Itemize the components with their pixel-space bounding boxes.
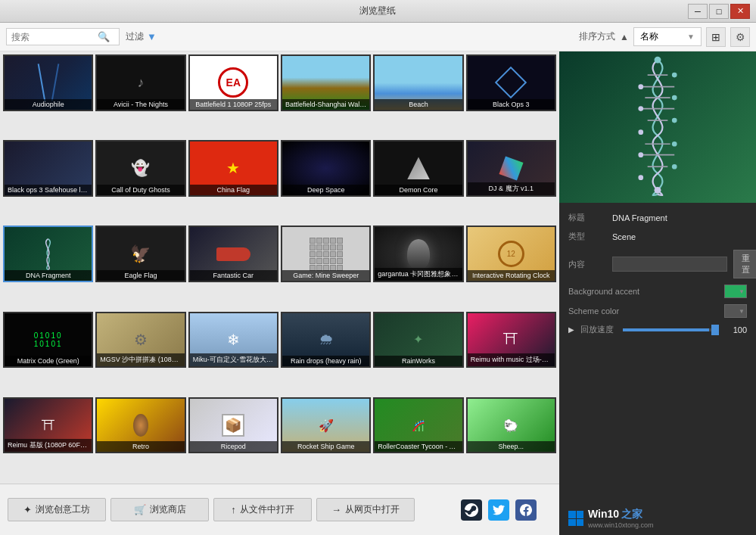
sort-dropdown-arrow: ▼ bbox=[687, 33, 695, 41]
workshop-icon: ✦ bbox=[23, 504, 32, 515]
steam-icon[interactable] bbox=[461, 499, 482, 521]
wallpaper-item[interactable]: DJ & 魔方 v1.1 bbox=[466, 140, 556, 197]
right-panel: 标题 DNA Fragment 类型 Scene 内容 重置 Backgroun… bbox=[559, 51, 756, 535]
wallpaper-item[interactable]: EABattlefield 1 1080P 25fps bbox=[188, 54, 278, 111]
bg-accent-row: Background accent ▼ bbox=[568, 285, 747, 298]
wallpaper-item[interactable]: Fantastic Car bbox=[188, 226, 278, 282]
gear-icon: ⚙ bbox=[736, 31, 745, 43]
wallpaper-grid[interactable]: Audiophile♪Avicii - The NightsEABattlefi… bbox=[0, 51, 559, 484]
scheme-arrow-icon: ▼ bbox=[739, 308, 745, 315]
open-web-button[interactable]: → 从网页中打开 bbox=[316, 498, 415, 521]
filter-icon: ▼ bbox=[147, 31, 157, 42]
sort-label: 排序方式 bbox=[579, 30, 615, 43]
bottom-bar: ✦ 浏览创意工坊 🛒 浏览商店 ↑ 从文件中打开 → 从网页中打开 bbox=[0, 484, 559, 535]
open-file-button[interactable]: ↑ 从文件中打开 bbox=[213, 498, 312, 521]
facebook-icon[interactable] bbox=[515, 499, 537, 521]
svg-point-13 bbox=[638, 84, 643, 89]
open-web-icon: → bbox=[331, 504, 341, 515]
wallpaper-item[interactable]: ⛩Reimu with music 过场-基版 1080 60FPS bbox=[466, 312, 556, 369]
wallpaper-label: Miku-可自定义-雪花放大-冬季 v1.22 bbox=[190, 353, 277, 366]
wallpaper-label: Audiophile bbox=[5, 99, 92, 110]
workshop-button[interactable]: ✦ 浏览创意工坊 bbox=[8, 498, 106, 521]
wallpaper-item[interactable]: ❄Miku-可自定义-雪花放大-冬季 v1.22 bbox=[188, 312, 278, 369]
title-label: 标题 bbox=[568, 212, 606, 223]
content-label: 内容 bbox=[568, 259, 606, 270]
wallpaper-item[interactable]: 🎢RollerCoaster Tycoon - Added Attraction… bbox=[373, 397, 463, 454]
open-web-label: 从网页中打开 bbox=[345, 503, 400, 516]
speed-slider[interactable] bbox=[623, 328, 719, 331]
wallpaper-item[interactable]: 12Interactive Rotating Clock bbox=[466, 226, 556, 282]
wallpaper-item[interactable]: gargantua 卡冈图雅想象图 加上BGM并减小视频大小 bbox=[373, 226, 463, 282]
wallpaper-item[interactable]: 🦅Eagle Flag bbox=[95, 226, 185, 282]
wallpaper-item[interactable]: ⚙MGSV 沙中拼拼凑 (1080p 无限循环) bbox=[95, 312, 185, 369]
minimize-button[interactable]: ─ bbox=[688, 4, 708, 19]
restore-button[interactable]: □ bbox=[709, 4, 729, 19]
settings-button[interactable]: ⚙ bbox=[730, 27, 750, 47]
wallpaper-item[interactable]: Demon Core bbox=[373, 140, 463, 197]
wallpaper-item[interactable]: ♪Avicii - The Nights bbox=[95, 54, 185, 111]
wallpaper-item[interactable]: ✦RainWorks bbox=[373, 312, 463, 369]
wallpaper-label: RainWorks bbox=[375, 356, 462, 366]
content-input[interactable] bbox=[612, 257, 727, 272]
svg-point-12 bbox=[672, 73, 677, 78]
wallpaper-item[interactable]: 🌧Rain drops (heavy rain) bbox=[281, 312, 371, 369]
wallpaper-item[interactable]: Deep Space bbox=[281, 140, 371, 197]
bg-accent-swatch[interactable]: ▼ bbox=[724, 285, 747, 298]
wallpaper-label: Black Ops 3 bbox=[468, 99, 555, 110]
twitter-icon[interactable] bbox=[488, 499, 509, 521]
toolbar: 🔍 过滤 ▼ 排序方式 ▲ 名称 ▼ ⊞ ⚙ bbox=[0, 23, 756, 51]
search-box[interactable]: 🔍 bbox=[6, 28, 120, 45]
play-icon[interactable]: ▶ bbox=[568, 325, 574, 334]
wallpaper-item[interactable]: DNA Fragment bbox=[3, 226, 93, 282]
svg-point-16 bbox=[672, 118, 677, 123]
wallpaper-label: Battlefield 1 1080P 25fps bbox=[190, 99, 277, 110]
watermark-area: Win10 之家 www.win10xtong.com bbox=[559, 502, 756, 535]
dna-preview bbox=[559, 51, 756, 203]
window-title: 浏览壁纸 bbox=[67, 5, 688, 17]
wallpaper-item[interactable]: Black ops 3 Safehouse loading screen (no… bbox=[3, 140, 93, 197]
gallery-area: Audiophile♪Avicii - The NightsEABattlefi… bbox=[0, 51, 559, 535]
grid-view-button[interactable]: ⊞ bbox=[706, 27, 726, 47]
sort-area: 排序方式 ▲ 名称 ▼ ⊞ ⚙ bbox=[579, 27, 750, 47]
store-button[interactable]: 🛒 浏览商店 bbox=[110, 498, 209, 521]
wallpaper-item[interactable]: ⛩Reimu 基版 (1080P 60FPS) 重置版 bbox=[3, 397, 93, 454]
sort-option-label: 名称 bbox=[640, 30, 658, 43]
scheme-row: Scheme color ▼ bbox=[568, 304, 747, 318]
scheme-swatch[interactable]: ▼ bbox=[724, 304, 747, 318]
search-icon: 🔍 bbox=[98, 31, 110, 42]
wallpaper-item[interactable]: Audiophile bbox=[3, 54, 93, 111]
title-value: DNA Fragment bbox=[612, 213, 747, 222]
preview-area bbox=[559, 51, 756, 203]
speed-thumb[interactable] bbox=[711, 325, 719, 335]
svg-point-11 bbox=[655, 57, 661, 64]
sort-dropdown[interactable]: 名称 ▼ bbox=[633, 27, 702, 46]
wallpaper-label: RollerCoaster Tycoon - Added Attractions… bbox=[375, 441, 462, 452]
wallpaper-item[interactable]: 📦Ricepod bbox=[188, 397, 278, 454]
wallpaper-label: Eagle Flag bbox=[97, 270, 184, 281]
search-input[interactable] bbox=[11, 32, 95, 42]
open-file-label: 从文件中打开 bbox=[240, 503, 294, 516]
svg-point-18 bbox=[672, 142, 677, 147]
grid-icon: ⊞ bbox=[711, 31, 720, 43]
wallpaper-item[interactable]: Black Ops 3 bbox=[466, 54, 556, 111]
swatch-arrow-icon: ▼ bbox=[739, 288, 745, 295]
wallpaper-item[interactable]: Beach bbox=[373, 54, 463, 111]
windows-logo bbox=[568, 511, 583, 526]
wallpaper-label: Game: Mine Sweeper bbox=[282, 270, 369, 281]
wallpaper-item[interactable]: 0101010101Matrix Code (Green) bbox=[3, 312, 93, 369]
wallpaper-label: MGSV 沙中拼拼凑 (1080p 无限循环) bbox=[97, 353, 184, 366]
wallpaper-item[interactable]: Game: Mine Sweeper bbox=[281, 226, 371, 282]
wallpaper-label: Reimu 基版 (1080P 60FPS) 重置版 bbox=[5, 439, 92, 452]
wallpaper-item[interactable]: Battlefield-Shanghai Wallpaper bbox=[281, 54, 371, 111]
wallpaper-label: Matrix Code (Green) bbox=[5, 356, 92, 366]
wallpaper-item[interactable]: 👻Call of Duty Ghosts bbox=[95, 140, 185, 197]
wallpaper-item[interactable]: ★China Flag bbox=[188, 140, 278, 197]
wallpaper-label: Sheep... bbox=[468, 441, 555, 452]
wallpaper-item[interactable]: 🐑Sheep... bbox=[466, 397, 556, 454]
filter-button[interactable]: 过滤 ▼ bbox=[126, 30, 157, 43]
wallpaper-item[interactable]: Retro bbox=[95, 397, 185, 454]
close-button[interactable]: ✕ bbox=[730, 4, 750, 19]
reset-button[interactable]: 重置 bbox=[733, 250, 756, 278]
wallpaper-label: Beach bbox=[375, 99, 462, 110]
wallpaper-item[interactable]: 🚀Rocket Ship Game bbox=[281, 397, 371, 454]
